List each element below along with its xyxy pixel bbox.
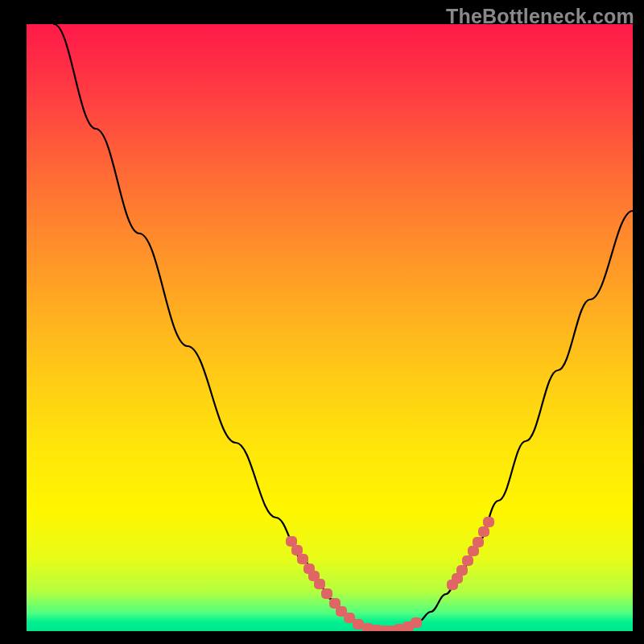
curve-marker [483, 517, 494, 527]
curve-markers [286, 517, 494, 631]
curve-marker [478, 526, 489, 537]
curve-marker [411, 617, 422, 628]
plot-area [27, 24, 633, 631]
curve-marker [456, 565, 468, 576]
bottleneck-curve [54, 24, 633, 630]
curve-marker [462, 555, 473, 566]
curve-marker [353, 619, 364, 630]
curve-marker [314, 579, 325, 589]
curve-marker [473, 537, 484, 547]
chart-frame: TheBottleneck.com [0, 0, 644, 644]
watermark-text: TheBottleneck.com [446, 5, 634, 28]
chart-svg [27, 24, 633, 631]
curve-marker [297, 554, 308, 564]
curve-marker [321, 588, 332, 599]
